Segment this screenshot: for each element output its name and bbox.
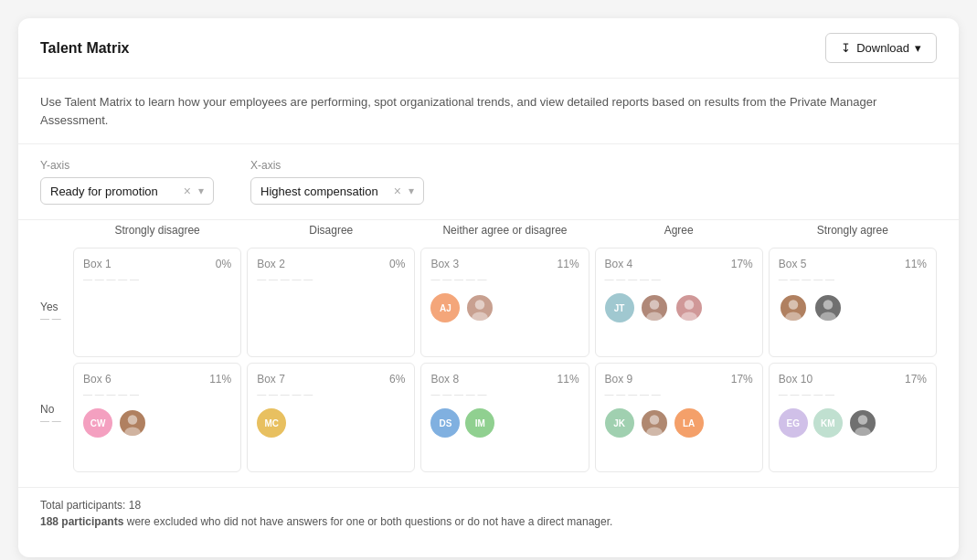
y-axis-clear-icon[interactable]: ×	[184, 184, 191, 198]
footer-total: Total participants: 18	[40, 499, 937, 512]
cell-name-6: Box 6	[83, 373, 112, 386]
matrix-cell-3[interactable]: Box 311%— — — — —AJ	[420, 248, 589, 357]
matrix-cell-4[interactable]: Box 417%— — — — —JT	[595, 248, 763, 357]
svg-point-13	[646, 427, 663, 438]
svg-point-1	[473, 312, 489, 322]
x-axis-arrow-icon: ▾	[409, 185, 414, 197]
cell-name-9: Box 9	[605, 373, 633, 386]
x-axis-label: X-axis	[250, 159, 424, 172]
cell-dashes-7: — — — — —	[257, 389, 405, 399]
cell-name-10: Box 10	[779, 373, 812, 386]
x-axis-select[interactable]: Highest compensation × ▾	[250, 177, 424, 205]
cell-avatars-5	[779, 293, 927, 322]
y-axis-labels: Yes — — No — —	[40, 220, 73, 472]
svg-point-6	[789, 300, 799, 310]
matrix-cell-5[interactable]: Box 511%— — — — —	[769, 248, 937, 357]
avatar-8-1[interactable]: IM	[465, 408, 494, 438]
avatar-9-2[interactable]: LA	[674, 408, 704, 438]
cell-name-4: Box 4	[605, 258, 633, 270]
avatar-7-0[interactable]: MC	[257, 408, 286, 438]
col-header-0: Strongly disagree	[73, 220, 241, 240]
col-header-1: Disagree	[247, 220, 415, 240]
avatar-9-1[interactable]	[640, 408, 669, 438]
cell-avatars-9: JK LA	[605, 408, 753, 438]
svg-point-14	[858, 415, 868, 425]
cell-name-1: Box 1	[83, 258, 112, 270]
talent-matrix-card: Talent Matrix ↧ Download ▾ Use Talent Ma…	[18, 18, 959, 557]
cell-dashes-4: — — — — —	[605, 274, 753, 284]
cell-pct-5: 11%	[905, 258, 927, 270]
avatar-3-1[interactable]	[465, 293, 494, 322]
y-axis-label: Y-axis	[40, 159, 214, 172]
avatar-3-0[interactable]: AJ	[430, 293, 460, 322]
y-axis-select[interactable]: Ready for promotion × ▾	[40, 177, 214, 205]
matrix-cell-10[interactable]: Box 1017%— — — — —EGKM	[769, 363, 937, 472]
axis-controls: Y-axis Ready for promotion × ▾ X-axis Hi…	[18, 144, 959, 220]
cell-dashes-6: — — — — —	[83, 389, 231, 399]
download-icon: ↧	[841, 41, 851, 55]
svg-point-7	[785, 312, 802, 322]
cell-avatars-10: EGKM	[779, 408, 927, 438]
svg-point-5	[681, 312, 697, 322]
col-header-2: Neither agree or disagree	[420, 220, 589, 240]
cell-pct-10: 17%	[905, 373, 927, 386]
cell-pct-6: 11%	[209, 373, 231, 386]
cell-dashes-3: — — — — —	[430, 274, 579, 284]
svg-point-12	[649, 415, 659, 425]
svg-point-8	[823, 300, 834, 310]
cell-name-8: Box 8	[430, 373, 459, 386]
y-label-no: No — —	[40, 403, 73, 426]
avatar-10-0[interactable]: EG	[779, 408, 808, 438]
avatar-4-2[interactable]	[674, 293, 704, 322]
cell-pct-1: 0%	[216, 258, 231, 270]
x-axis-control: X-axis Highest compensation × ▾	[250, 159, 424, 205]
svg-point-11	[124, 427, 141, 438]
cell-pct-7: 6%	[389, 373, 405, 386]
cell-name-2: Box 2	[257, 258, 285, 270]
avatar-8-0[interactable]: DS	[430, 408, 460, 438]
avatar-5-1[interactable]	[813, 293, 843, 322]
svg-point-15	[855, 427, 871, 438]
cell-avatars-8: DSIM	[430, 408, 579, 438]
cell-pct-3: 11%	[558, 258, 579, 270]
avatar-6-0[interactable]: CW	[83, 408, 112, 438]
cell-dashes-10: — — — — —	[779, 389, 927, 399]
cell-pct-2: 0%	[389, 258, 405, 270]
cell-dashes-2: — — — — —	[257, 274, 405, 284]
matrix-cell-9[interactable]: Box 917%— — — — —JK LA	[595, 363, 763, 472]
matrix-cell-1[interactable]: Box 10%— — — — —	[73, 248, 241, 357]
avatar-9-0[interactable]: JK	[605, 408, 634, 438]
footer-excluded-rest: were excluded who did not have answers f…	[123, 515, 612, 528]
cell-name-7: Box 7	[257, 373, 285, 386]
svg-point-3	[646, 312, 663, 322]
cell-name-5: Box 5	[779, 258, 807, 270]
x-axis-clear-icon[interactable]: ×	[394, 184, 401, 198]
matrix-cell-2[interactable]: Box 20%— — — — —	[247, 248, 415, 357]
matrix-cell-6[interactable]: Box 611%— — — — —CW	[73, 363, 241, 472]
avatar-10-2[interactable]	[848, 408, 877, 438]
footer: Total participants: 18 188 participants …	[18, 487, 959, 543]
matrix-content: Strongly disagree Disagree Neither agree…	[73, 220, 937, 472]
page-title: Talent Matrix	[40, 40, 130, 57]
avatar-6-1[interactable]	[118, 408, 147, 438]
matrix-grid: Box 10%— — — — —Box 20%— — — — —Box 311%…	[73, 248, 937, 472]
avatar-10-1[interactable]: KM	[813, 408, 843, 438]
dropdown-arrow-icon: ▾	[915, 41, 921, 55]
cell-name-3: Box 3	[430, 258, 459, 270]
avatar-5-0[interactable]	[779, 293, 808, 322]
matrix-cell-7[interactable]: Box 76%— — — — —MC	[247, 363, 415, 472]
matrix-cell-8[interactable]: Box 811%— — — — —DSIM	[420, 363, 589, 472]
cell-pct-8: 11%	[558, 373, 579, 386]
footer-excluded-bold: 188 participants	[40, 515, 123, 528]
download-button[interactable]: ↧ Download ▾	[825, 33, 937, 63]
svg-point-2	[649, 300, 659, 310]
cell-pct-4: 17%	[731, 258, 753, 270]
y-axis-value: Ready for promotion	[50, 185, 176, 198]
cell-avatars-4: JT	[605, 293, 753, 322]
cell-dashes-9: — — — — —	[605, 389, 753, 399]
cell-pct-9: 17%	[731, 373, 753, 386]
y-label-yes: Yes — —	[40, 301, 73, 323]
avatar-4-0[interactable]: JT	[605, 293, 634, 322]
cell-dashes-1: — — — — —	[83, 274, 231, 284]
avatar-4-1[interactable]	[640, 293, 669, 322]
